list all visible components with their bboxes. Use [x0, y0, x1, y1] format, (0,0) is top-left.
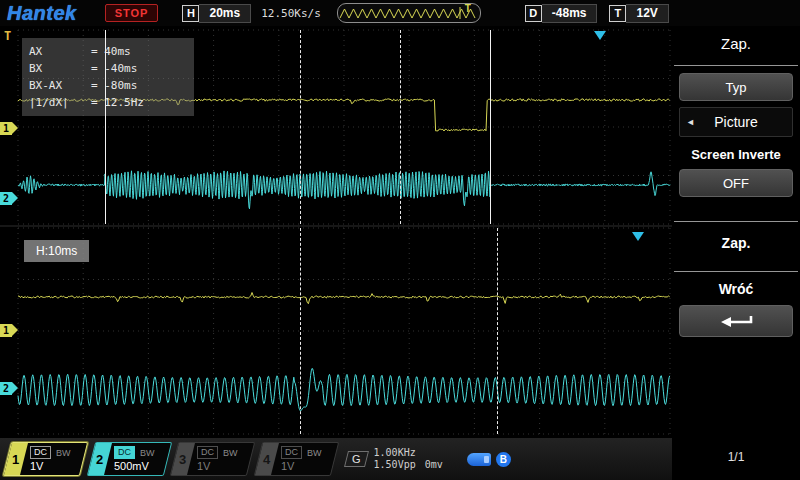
cursor-bx-value: = -40ms: [91, 62, 137, 75]
menu-separator: [674, 65, 798, 66]
trigger-level-control[interactable]: T 12V: [609, 4, 668, 23]
delay-control[interactable]: D -48ms: [525, 4, 598, 23]
timebase-control[interactable]: H 20ms: [182, 4, 251, 23]
trigger-level-value: 12V: [626, 4, 668, 23]
channel-4-status[interactable]: 4 DCBW 1V: [253, 442, 338, 476]
channel-3-coupling: DC: [197, 446, 218, 459]
waveform-display[interactable]: T AX= 40ms BX= -40ms BX-AX= -80ms |1/dX|…: [0, 26, 672, 438]
channel-2-status[interactable]: 2 DCBW 500mV: [86, 442, 171, 476]
cursor-row-freq: |1/dX|= 12.5Hz: [29, 94, 187, 111]
menu-value-label: Picture: [714, 114, 758, 130]
panel2-channel1-marker[interactable]: 1: [0, 324, 12, 337]
menu-separator: [674, 221, 798, 222]
zoom-timebase-label: H:10ms: [24, 240, 89, 262]
cursor-bx-label: BX: [29, 60, 91, 77]
cursor-ax-label: AX: [29, 43, 91, 60]
panel2-cursor-b-line[interactable]: [497, 228, 498, 434]
menu-label-screen-invert: Screen Inverte: [672, 147, 800, 162]
top-bar: Hantek STOP H 20ms 12.50Ks/s T D -48ms T…: [0, 0, 800, 26]
channel-4-scale: 1V: [281, 460, 322, 472]
oscilloscope-screen: Hantek STOP H 20ms 12.50Ks/s T D -48ms T…: [0, 0, 800, 480]
panel2-trigger-position-marker[interactable]: [632, 232, 644, 241]
menu-button-back[interactable]: [679, 305, 793, 337]
side-menu: Zap. Typ ◄ Picture Screen Inverte OFF Za…: [672, 26, 800, 480]
cursor-freq-value: = 12.5Hz: [91, 96, 144, 109]
cursor-bxax-value: = -80ms: [91, 79, 137, 92]
channel-1-bw: BW: [56, 448, 71, 458]
channel-3-status[interactable]: 3 DCBW 1V: [170, 442, 255, 476]
delay-value: -48ms: [542, 4, 598, 23]
left-arrow-icon: ◄: [686, 117, 695, 127]
hantek-logo: Hantek: [7, 2, 77, 25]
panel2-channel2-marker[interactable]: 2: [0, 382, 12, 395]
channel-1-scale: 1V: [30, 460, 71, 472]
zoom-window-left-line[interactable]: [105, 30, 106, 224]
cursor-measurements: AX= 40ms BX= -40ms BX-AX= -80ms |1/dX|= …: [22, 38, 194, 116]
panel1-trigger-position-marker[interactable]: [594, 31, 606, 40]
panel1-cursor-a-line[interactable]: [300, 30, 301, 224]
menu-button-screen-invert-off[interactable]: OFF: [679, 169, 793, 197]
generator-frequency: 1.00KHz: [374, 447, 443, 459]
generator-badge: G: [344, 451, 369, 467]
channel-2-scale: 500mV: [114, 460, 155, 472]
run-state-badge[interactable]: STOP: [105, 4, 159, 22]
menu-separator: [674, 271, 798, 272]
menu-item-save[interactable]: Zap.: [672, 235, 800, 251]
timebase-value: 20ms: [199, 4, 251, 23]
channel-3-scale: 1V: [197, 460, 238, 472]
menu-page-indicator: 1/1: [672, 450, 800, 464]
usb-storage-icon: [467, 453, 491, 466]
channel-1-coupling: DC: [30, 446, 51, 459]
generator-amplitude: 1.50Vpp: [374, 459, 416, 471]
channel-2-coupling: DC: [114, 446, 135, 459]
channel-2-bw: BW: [140, 448, 155, 458]
generator-status[interactable]: G 1.00KHz 1.50Vpp0mv: [346, 447, 443, 471]
cursor-row-bxax: BX-AX= -80ms: [29, 77, 187, 94]
trigger-strip-marker: T: [465, 4, 471, 14]
cursor-bxax-label: BX-AX: [29, 77, 91, 94]
trigger-waveform-preview-icon: [338, 5, 478, 21]
channel-4-coupling: DC: [281, 446, 302, 459]
trigger-position-strip[interactable]: T: [337, 3, 481, 23]
menu-label-back: Wróć: [672, 281, 800, 297]
cursor-ax-value: = 40ms: [91, 45, 131, 58]
panel1-cursor-b-line[interactable]: [400, 30, 401, 224]
channel-3-bw: BW: [223, 448, 238, 458]
menu-title: Zap.: [672, 35, 800, 52]
b-status-badge: B: [496, 452, 511, 467]
menu-value-picture[interactable]: ◄ Picture: [679, 107, 793, 137]
zoom-window-right-line[interactable]: [490, 30, 491, 224]
generator-offset: 0mv: [425, 459, 443, 471]
panel1-channel2-marker[interactable]: 2: [0, 192, 12, 205]
trigger-key-icon: T: [609, 5, 626, 22]
cursor-row-ax: AX= 40ms: [29, 43, 187, 60]
cursor-row-bx: BX= -40ms: [29, 60, 187, 77]
device-indicators: B: [467, 452, 511, 467]
return-arrow-icon: [717, 314, 755, 329]
cursor-freq-label: |1/dX|: [29, 94, 91, 111]
sample-rate-label: 12.50Ks/s: [261, 7, 321, 20]
channel-4-bw: BW: [307, 448, 322, 458]
panel2-cursor-a-line[interactable]: [300, 228, 301, 434]
trigger-flag-label: T: [4, 29, 11, 43]
status-bar: 1 DCBW 1V 2 DCBW 500mV 3 DCBW 1V 4 DCBW: [0, 438, 672, 480]
menu-button-typ[interactable]: Typ: [679, 73, 793, 101]
channel-1-status[interactable]: 1 DCBW 1V: [3, 442, 88, 476]
delay-key-icon: D: [525, 5, 542, 22]
timebase-key-icon: H: [182, 5, 199, 22]
panel1-channel1-marker[interactable]: 1: [0, 122, 12, 135]
